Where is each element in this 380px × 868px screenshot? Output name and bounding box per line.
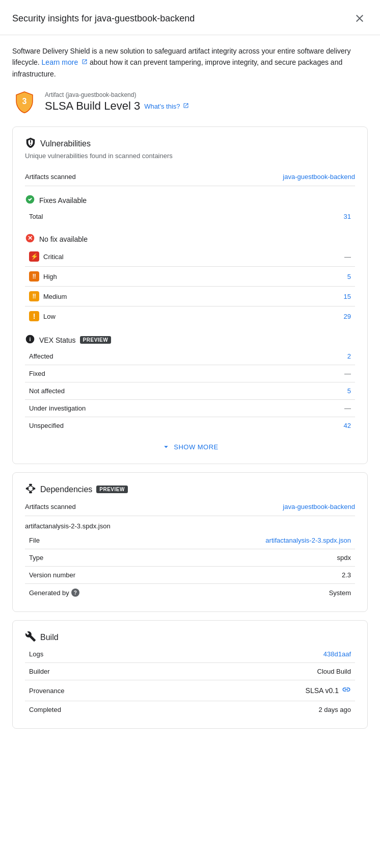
dependencies-preview-badge: PREVIEW (96, 486, 128, 493)
provenance-label: Provenance (29, 687, 64, 695)
version-label: Version number (29, 571, 75, 579)
svg-line-10 (28, 486, 31, 488)
high-row: ‼ High 5 (25, 267, 355, 287)
under-investigation-label: Under investigation (29, 404, 86, 412)
fixed-value: — (344, 370, 351, 377)
close-icon (354, 12, 366, 24)
svg-text:✕: ✕ (28, 235, 33, 241)
critical-value: — (344, 253, 351, 261)
low-icon: ! (29, 311, 39, 321)
total-value[interactable]: 31 (344, 213, 351, 220)
vex-status-title: VEX Status (39, 336, 76, 344)
svg-line-13 (31, 490, 34, 492)
chain-link-icon[interactable] (342, 685, 351, 696)
file-label: File (29, 537, 40, 544)
file-row: File artifactanalysis-2-3.spdx.json (25, 532, 355, 549)
low-row: ! Low 29 (25, 307, 355, 326)
not-affected-value[interactable]: 5 (347, 387, 351, 395)
dependencies-card: Dependencies PREVIEW Artifacts scanned j… (12, 472, 368, 612)
error-circle-icon: ✕ (25, 233, 35, 245)
no-fix-header: ✕ No fix available (25, 233, 355, 245)
external-link-icon (82, 59, 88, 65)
build-card: Build Logs 438d1aaf Builder Cloud Build … (12, 620, 368, 729)
type-value: spdx (337, 554, 351, 561)
builder-row: Builder Cloud Build (25, 663, 355, 680)
svg-rect-7 (26, 488, 29, 490)
slsa-badge: 3 (12, 90, 37, 114)
unspecified-label: Unspecified (29, 422, 64, 429)
learn-more-link[interactable]: Learn more (42, 58, 90, 66)
vulnerabilities-subtitle: Unique vulnerabilities found in scanned … (25, 152, 355, 160)
dep-artifacts-scanned-row: Artifacts scanned java-guestbook-backend (25, 498, 355, 516)
critical-label: ⚡ Critical (29, 251, 64, 262)
logs-label: Logs (29, 650, 43, 658)
shield-icon (25, 137, 36, 150)
unspecified-value[interactable]: 42 (344, 422, 351, 429)
close-button[interactable] (351, 10, 368, 27)
critical-row: ⚡ Critical — (25, 247, 355, 267)
fixes-available-title: Fixes Available (39, 196, 87, 205)
svg-text:i: i (29, 336, 31, 342)
high-value[interactable]: 5 (347, 273, 351, 280)
dep-detail-rows: File artifactanalysis-2-3.spdx.json Type… (25, 532, 355, 601)
builder-label: Builder (29, 668, 49, 675)
build-title: Build (40, 633, 59, 642)
chevron-down-icon (161, 442, 171, 451)
provenance-row: Provenance SLSA v0.1 (25, 680, 355, 701)
file-value[interactable]: artifactanalysis-2-3.spdx.json (265, 537, 351, 544)
under-investigation-row: Under investigation — (25, 400, 355, 417)
affected-value[interactable]: 2 (347, 352, 351, 360)
dep-artifacts-scanned-value[interactable]: java-guestbook-backend (283, 503, 355, 510)
artifact-file-section: artifactanalysis-2-3.spdx.json File arti… (25, 518, 355, 601)
medium-label: ‼ Medium (29, 291, 67, 301)
high-label: ‼ High (29, 271, 57, 282)
security-insights-dialog: Security insights for java-guestbook-bac… (0, 0, 380, 868)
completed-value: 2 days ago (318, 706, 351, 713)
dependencies-title: Dependencies (40, 485, 92, 494)
svg-rect-6 (29, 484, 32, 486)
svg-line-12 (28, 490, 31, 492)
no-fix-rows: ⚡ Critical — ‼ High 5 ‼ Medium (25, 247, 355, 326)
logs-value[interactable]: 438d1aaf (323, 650, 351, 658)
unspecified-row: Unspecified 42 (25, 417, 355, 434)
affected-label: Affected (29, 352, 53, 360)
check-circle-icon (25, 194, 35, 206)
intro-text: Software Delivery Shield is a new soluti… (12, 45, 368, 80)
whats-this-link[interactable]: What's this? (144, 103, 189, 110)
completed-label: Completed (29, 706, 61, 713)
help-icon[interactable]: ? (71, 589, 79, 597)
show-more-button[interactable]: SHOW MORE (25, 434, 355, 453)
svg-line-11 (31, 486, 34, 488)
generated-by-value: System (329, 589, 351, 597)
slsa-info: Artifact (java-guestbook-backend) SLSA B… (45, 91, 189, 113)
dialog-body: Software Delivery Shield is a new soluti… (0, 35, 380, 747)
builder-value: Cloud Build (317, 668, 351, 675)
vulnerabilities-title: Vulnerabilities (40, 139, 91, 148)
dependencies-header: Dependencies PREVIEW (25, 483, 355, 496)
type-row: Type spdx (25, 549, 355, 567)
completed-row: Completed 2 days ago (25, 701, 355, 718)
high-icon: ‼ (29, 271, 39, 282)
dialog-header: Security insights for java-guestbook-bac… (0, 0, 380, 35)
vulnerabilities-card: Vulnerabilities Unique vulnerabilities f… (12, 126, 368, 464)
artifacts-scanned-value[interactable]: java-guestbook-backend (283, 173, 355, 181)
generated-by-label: Generated by ? (29, 589, 79, 597)
slsa-section: 3 Artifact (java-guestbook-backend) SLSA… (12, 90, 368, 114)
vex-status-header: i VEX Status PREVIEW (25, 334, 355, 346)
fixed-label: Fixed (29, 370, 45, 377)
artifacts-scanned-row: Artifacts scanned java-guestbook-backend (25, 168, 355, 186)
under-investigation-value: — (344, 404, 351, 412)
vex-preview-badge: PREVIEW (80, 336, 112, 344)
affected-row: Affected 2 (25, 348, 355, 365)
slsa-level: SLSA Build Level 3 What's this? (45, 99, 189, 113)
provenance-value: SLSA v0.1 (306, 685, 351, 696)
generated-by-row: Generated by ? System (25, 584, 355, 601)
fixed-row: Fixed — (25, 365, 355, 382)
medium-value[interactable]: 15 (344, 293, 351, 300)
medium-row: ‼ Medium 15 (25, 287, 355, 307)
low-value[interactable]: 29 (344, 313, 351, 320)
dependencies-icon (25, 483, 36, 496)
no-fix-title: No fix available (39, 235, 88, 243)
info-icon: i (25, 334, 35, 346)
vulnerabilities-header: Vulnerabilities (25, 137, 355, 150)
